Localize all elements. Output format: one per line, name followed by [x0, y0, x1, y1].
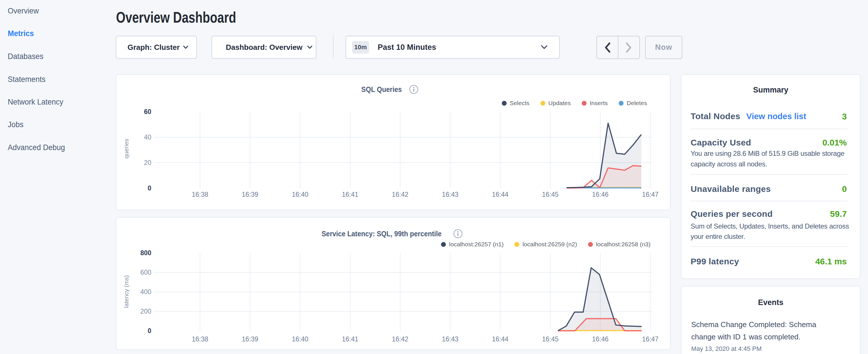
svg-text:16:43: 16:43: [442, 335, 459, 343]
svg-text:16:41: 16:41: [342, 191, 359, 198]
svg-text:16:47: 16:47: [642, 335, 659, 343]
svg-text:16:39: 16:39: [242, 335, 258, 343]
svg-text:40: 40: [144, 133, 151, 141]
svg-text:16:40: 16:40: [292, 335, 308, 343]
svg-text:16:39: 16:39: [242, 191, 258, 198]
svg-text:16:44: 16:44: [492, 335, 509, 343]
svg-text:16:47: 16:47: [642, 191, 659, 198]
svg-text:16:40: 16:40: [292, 191, 308, 198]
svg-text:16:45: 16:45: [542, 191, 559, 198]
svg-text:queries: queries: [123, 139, 129, 159]
svg-text:16:43: 16:43: [442, 191, 459, 198]
svg-text:16:45: 16:45: [542, 335, 559, 343]
svg-text:16:38: 16:38: [192, 335, 208, 343]
svg-text:800: 800: [141, 249, 151, 257]
svg-text:60: 60: [144, 108, 151, 116]
svg-text:0: 0: [148, 185, 151, 192]
svg-text:400: 400: [141, 288, 151, 296]
svg-text:latency (ms): latency (ms): [123, 275, 129, 308]
svg-text:16:44: 16:44: [492, 191, 509, 198]
svg-text:20: 20: [144, 159, 151, 166]
svg-text:600: 600: [141, 269, 151, 276]
svg-text:16:42: 16:42: [392, 191, 409, 198]
svg-text:16:42: 16:42: [392, 335, 409, 343]
svg-text:16:46: 16:46: [592, 335, 609, 343]
svg-text:200: 200: [141, 308, 151, 315]
svg-text:16:38: 16:38: [192, 191, 208, 198]
svg-text:16:41: 16:41: [342, 335, 359, 343]
svg-text:0: 0: [148, 327, 151, 334]
svg-text:16:46: 16:46: [592, 191, 609, 198]
